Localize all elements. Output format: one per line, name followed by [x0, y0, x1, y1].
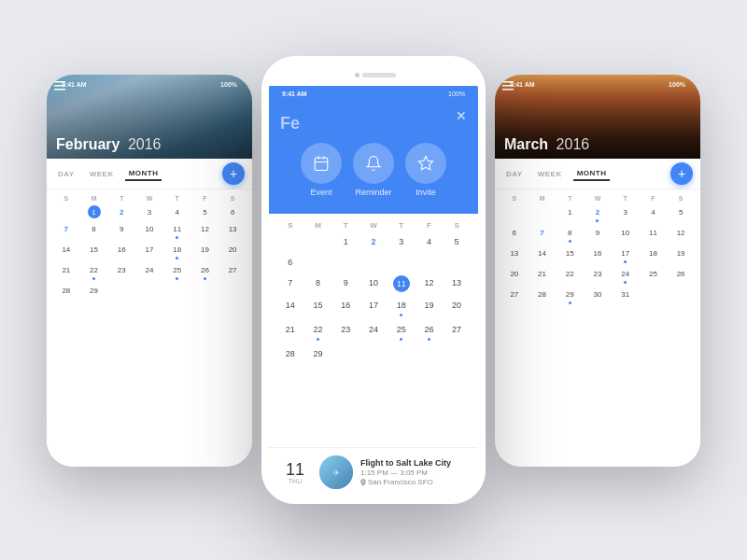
left-tab-week[interactable]: WEEK	[86, 168, 118, 180]
table-row[interactable]: 26	[667, 265, 695, 286]
table-row[interactable]	[276, 231, 304, 252]
table-row[interactable]: 18	[640, 245, 668, 265]
table-row[interactable]: 5	[667, 203, 695, 224]
left-tab-month[interactable]: MONTH	[125, 167, 162, 181]
table-row[interactable]: 6	[500, 224, 529, 245]
table-row[interactable]: 20	[443, 295, 471, 319]
table-row[interactable]: 4	[163, 203, 191, 220]
table-row[interactable]: 12	[191, 220, 219, 241]
table-row[interactable]: 21	[52, 261, 80, 282]
table-row[interactable]: 18	[163, 241, 191, 261]
table-row[interactable]	[388, 343, 416, 364]
table-row[interactable]: 16	[331, 295, 359, 319]
invite-button[interactable]: Invite	[405, 143, 446, 197]
reminder-button[interactable]: Reminder	[353, 143, 394, 197]
table-row[interactable]: 11	[163, 220, 191, 241]
table-row[interactable]	[107, 282, 135, 299]
right-tab-day[interactable]: DAY	[502, 168, 527, 180]
table-row[interactable]: 21	[529, 265, 557, 286]
table-row[interactable]: 28	[529, 286, 557, 306]
table-row[interactable]	[163, 282, 191, 299]
table-row[interactable]: 27	[443, 319, 471, 343]
table-row[interactable]: 20	[218, 241, 247, 261]
table-row[interactable]: 29	[556, 286, 584, 306]
table-row[interactable]: 8	[556, 224, 584, 245]
table-row[interactable]: 10	[612, 224, 640, 245]
table-row[interactable]: 3	[388, 231, 416, 252]
table-row[interactable]: 12	[416, 273, 444, 295]
table-row[interactable]: 28	[276, 343, 304, 364]
table-row[interactable]: 27	[500, 286, 529, 306]
table-row[interactable]: 3	[612, 203, 640, 224]
table-row[interactable]: 15	[80, 241, 108, 261]
table-row[interactable]: 2	[584, 203, 612, 224]
table-row[interactable]: 11	[640, 224, 668, 245]
table-row[interactable]: 14	[529, 245, 557, 265]
table-row[interactable]: 10	[135, 220, 163, 241]
table-row[interactable]	[529, 203, 557, 224]
table-row[interactable]: 25	[640, 265, 668, 286]
table-row[interactable]: 1	[556, 203, 584, 224]
table-row[interactable]: 23	[584, 265, 612, 286]
right-fab[interactable]: +	[670, 162, 693, 185]
table-row[interactable]	[331, 343, 359, 364]
table-row[interactable]: 5	[443, 231, 471, 252]
table-row[interactable]: 25	[388, 319, 416, 343]
table-row[interactable]: 6	[218, 203, 247, 220]
table-row[interactable]: 16	[584, 245, 612, 265]
table-row[interactable]: 24	[359, 319, 388, 343]
table-row[interactable]	[218, 282, 247, 299]
table-row[interactable]: 21	[276, 319, 304, 343]
table-row[interactable]: 8	[304, 273, 332, 295]
close-button[interactable]: ✕	[456, 108, 467, 123]
event-button[interactable]: Event	[301, 143, 342, 197]
left-tab-day[interactable]: DAY	[54, 168, 78, 180]
table-row[interactable]	[443, 343, 471, 364]
table-row[interactable]: 9	[584, 224, 612, 245]
table-row[interactable]: 22	[80, 261, 108, 282]
table-row[interactable]: 29	[304, 343, 332, 364]
table-row[interactable]: 25	[163, 261, 191, 282]
table-row[interactable]: 19	[416, 295, 444, 319]
table-row[interactable]: 17	[359, 295, 388, 319]
table-row[interactable]: 24	[135, 261, 163, 282]
table-row[interactable]: 23	[331, 319, 359, 343]
table-row[interactable]	[500, 203, 529, 224]
table-row[interactable]: 1	[80, 203, 108, 220]
table-row[interactable]: 6	[276, 252, 304, 273]
table-row[interactable]: 26	[416, 319, 444, 343]
table-row[interactable]: 29	[80, 282, 108, 299]
table-row[interactable]: 22	[556, 265, 584, 286]
table-row[interactable]: 10	[359, 273, 388, 295]
table-row[interactable]: 15	[304, 295, 332, 319]
table-row[interactable]: 27	[218, 261, 247, 282]
table-row[interactable]	[640, 286, 668, 306]
table-row[interactable]: 2	[359, 231, 388, 252]
right-tab-month[interactable]: MONTH	[573, 167, 611, 181]
table-row[interactable]: 7	[529, 224, 557, 245]
table-row[interactable]	[304, 231, 332, 252]
table-row[interactable]	[667, 286, 695, 306]
table-row[interactable]	[52, 203, 80, 220]
table-row[interactable]: 9	[107, 220, 135, 241]
table-row[interactable]: 7	[276, 273, 304, 295]
table-row[interactable]: 11	[388, 273, 416, 295]
table-row[interactable]	[359, 343, 388, 364]
table-row[interactable]: 18	[388, 295, 416, 319]
table-row[interactable]: 1	[331, 231, 359, 252]
table-row[interactable]: 9	[331, 273, 359, 295]
table-row[interactable]: 13	[500, 245, 529, 265]
table-row[interactable]: 14	[276, 295, 304, 319]
table-row[interactable]: 26	[191, 261, 219, 282]
table-row[interactable]: 28	[52, 282, 80, 299]
table-row[interactable]: 14	[52, 241, 80, 261]
table-row[interactable]: 4	[416, 231, 444, 252]
table-row[interactable]: 13	[443, 273, 471, 295]
table-row[interactable]: 17	[135, 241, 163, 261]
table-row[interactable]: 31	[612, 286, 640, 306]
table-row[interactable]: 30	[584, 286, 612, 306]
table-row[interactable]: 22	[304, 319, 332, 343]
table-row[interactable]: 4	[640, 203, 668, 224]
left-fab[interactable]: +	[222, 162, 245, 185]
right-tab-week[interactable]: WEEK	[534, 168, 566, 180]
